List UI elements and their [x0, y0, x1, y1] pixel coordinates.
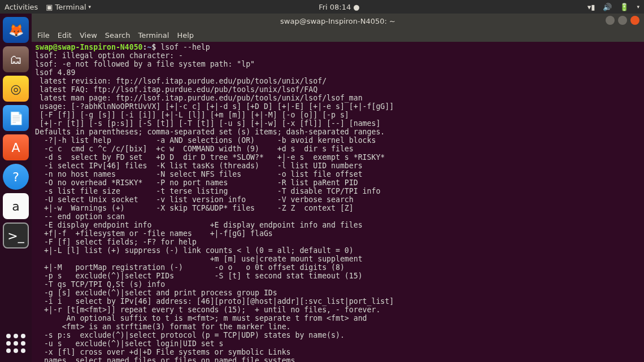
window-title: swap@swap-Inspiron-N4050: ~ — [280, 17, 395, 25]
app-menu[interactable]: ▣ Terminal ▾ — [46, 3, 91, 11]
top-panel: Activities ▣ Terminal ▾ Fri 08:14 ● ▾▮ 🔊… — [0, 0, 644, 14]
menu-terminal[interactable]: Terminal — [138, 31, 169, 40]
launcher-rhythmbox[interactable]: ◎ — [3, 76, 29, 102]
launcher-files[interactable]: 🗂 — [3, 46, 29, 72]
close-button[interactable] — [630, 16, 639, 25]
wifi-icon[interactable]: ▾▮ — [588, 3, 595, 11]
menu-help[interactable]: Help — [177, 31, 194, 40]
launcher-dock: 🦊 🗂 ◎ 📄 A ? a >_ — [0, 14, 32, 362]
menu-file[interactable]: File — [37, 31, 50, 40]
launcher-terminal[interactable]: >_ — [3, 223, 29, 248]
launcher-writer[interactable]: 📄 — [3, 105, 29, 131]
launcher-help[interactable]: ? — [3, 164, 29, 190]
show-applications-button[interactable] — [3, 330, 29, 356]
launcher-software[interactable]: A — [3, 134, 29, 160]
clock[interactable]: Fri 08:14 ● — [319, 3, 360, 11]
menu-view[interactable]: View — [80, 31, 97, 40]
terminal-small-icon: ▣ — [46, 3, 53, 11]
terminal-menubar: File Edit View Search Terminal Help — [32, 28, 644, 42]
menu-edit[interactable]: Edit — [58, 31, 72, 40]
launcher-firefox[interactable]: 🦊 — [3, 17, 29, 43]
maximize-button[interactable] — [618, 16, 627, 25]
menu-search[interactable]: Search — [105, 31, 130, 40]
minimize-button[interactable] — [606, 16, 615, 25]
system-menu-icon[interactable]: ▾ — [637, 4, 639, 10]
activities-button[interactable]: Activities — [5, 3, 38, 11]
volume-icon[interactable]: 🔊 — [603, 3, 612, 11]
window-titlebar[interactable]: swap@swap-Inspiron-N4050: ~ — [32, 14, 644, 28]
launcher-amazon[interactable]: a — [3, 193, 29, 219]
battery-icon[interactable]: 🔋 — [620, 3, 629, 11]
terminal-viewport[interactable]: swap@swap-Inspiron-N4050:~$ lsof --help … — [32, 42, 644, 362]
terminal-window: swap@swap-Inspiron-N4050: ~ File Edit Vi… — [32, 14, 644, 362]
